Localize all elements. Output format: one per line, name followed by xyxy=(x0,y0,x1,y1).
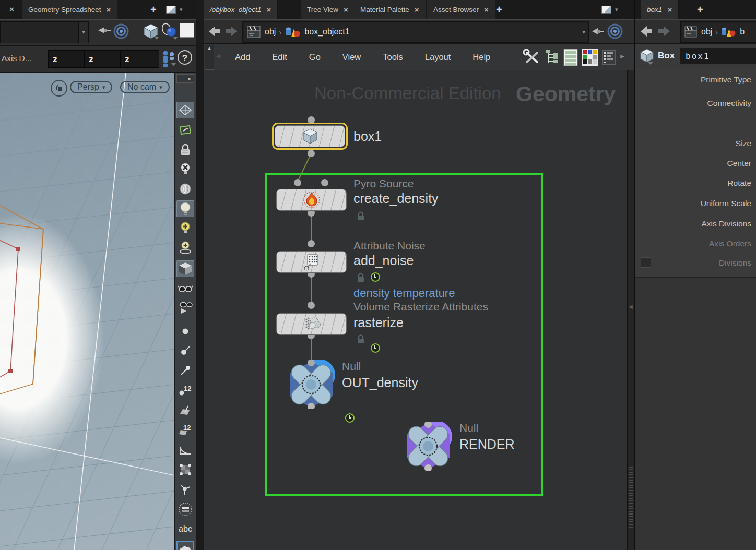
new-tab-button[interactable]: + xyxy=(145,0,162,19)
select-objects-icon[interactable] xyxy=(160,22,179,41)
param-connectivity[interactable]: Connectivity xyxy=(635,99,751,108)
node-out-density-icon[interactable] xyxy=(287,360,336,409)
param-divisions[interactable]: Divisions xyxy=(635,258,751,268)
vector-display-icon[interactable] xyxy=(176,481,194,498)
pane-layout-icon[interactable] xyxy=(601,6,611,14)
group-display-icon[interactable] xyxy=(176,501,194,518)
close-tab-icon[interactable]: × xyxy=(107,6,111,14)
axis-div-y-field[interactable]: 2 xyxy=(84,50,123,68)
radial-menu-icon[interactable] xyxy=(113,23,129,40)
divisions-checkbox[interactable] xyxy=(641,257,651,268)
pane-menu-dropdown[interactable]: ▾ xyxy=(615,6,618,13)
close-tab-icon[interactable]: × xyxy=(266,6,271,14)
normal-lighting-icon[interactable] xyxy=(176,200,194,217)
path-dropdown-icon[interactable]: ▾ xyxy=(582,29,585,35)
pin-icon[interactable] xyxy=(96,23,112,39)
lock-flag-icon[interactable] xyxy=(356,211,365,221)
help-icon[interactable]: ? xyxy=(178,50,192,65)
axis-div-x-field[interactable]: 2 xyxy=(48,50,87,68)
canvas-scrollbar[interactable]: ◀ xyxy=(627,70,634,550)
tab-material-palette[interactable]: Material Palette × xyxy=(354,0,426,19)
pane-divider[interactable] xyxy=(196,0,204,550)
volume-preview-icon[interactable] xyxy=(176,541,194,550)
breadcrumb-current[interactable]: box_object1 xyxy=(304,27,349,37)
back-icon[interactable] xyxy=(208,25,221,38)
tab-network-editor[interactable]: /obj/box_object1 × xyxy=(204,0,278,19)
secure-selection-icon[interactable] xyxy=(176,122,194,138)
close-pane-icon[interactable]: × xyxy=(9,5,14,13)
lock-flag-icon[interactable] xyxy=(356,272,365,283)
point-numbers-icon[interactable]: 12 xyxy=(176,382,194,399)
prim-normals-icon[interactable] xyxy=(176,402,194,419)
param-axis-orders[interactable]: Axis Orders xyxy=(635,239,751,248)
display-group-swatch[interactable] xyxy=(180,23,194,38)
network-scroll-up[interactable]: ▲ xyxy=(205,45,214,70)
tree-view-icon[interactable] xyxy=(545,50,560,65)
timeshift-badge-icon[interactable] xyxy=(371,343,380,353)
visualizers-glasses-icon[interactable] xyxy=(176,280,194,297)
menu-view[interactable]: View xyxy=(340,52,363,62)
node-render-name[interactable]: RENDER xyxy=(459,437,515,452)
menu-add[interactable]: Add xyxy=(233,52,252,62)
prim-hull-icon[interactable] xyxy=(176,461,194,478)
menu-go[interactable]: Go xyxy=(307,52,323,62)
tasks-wrench-icon[interactable] xyxy=(523,49,541,66)
node-add-noise[interactable] xyxy=(276,251,347,273)
add-environment-light-icon[interactable] xyxy=(176,240,194,256)
node-out-density-name[interactable]: OUT_density xyxy=(342,375,418,390)
node-add-noise-name[interactable]: add_noise xyxy=(353,253,414,268)
close-tab-icon[interactable]: × xyxy=(344,6,348,14)
visualizers-play-icon[interactable] xyxy=(176,299,194,316)
network-breadcrumb[interactable]: obj › box_object1 ▾ xyxy=(242,21,589,43)
tab-tree-view[interactable]: Tree View × xyxy=(301,0,355,19)
timeshift-badge-icon[interactable] xyxy=(345,413,355,423)
menu-help[interactable]: Help xyxy=(470,52,492,62)
node-box1[interactable] xyxy=(272,123,348,150)
menu-edit[interactable]: Edit xyxy=(270,52,289,62)
pin-icon[interactable] xyxy=(590,24,605,39)
add-light-icon[interactable] xyxy=(176,220,194,237)
scrollbar-arrow-icon[interactable]: ◀ xyxy=(629,304,633,309)
toolbar-collapse-button[interactable]: ► xyxy=(176,74,194,83)
lock-flag-icon[interactable] xyxy=(356,334,365,344)
param-primitive-type[interactable]: Primitive Type xyxy=(635,75,751,85)
node-rasterize-name[interactable]: rasterize xyxy=(353,315,404,330)
timeshift-badge-icon[interactable] xyxy=(371,272,380,282)
view-layout-icon[interactable] xyxy=(176,102,194,118)
lock-icon[interactable] xyxy=(176,141,194,158)
breadcrumb-root[interactable]: obj xyxy=(701,27,712,37)
close-tab-icon[interactable]: × xyxy=(667,6,672,14)
detail-list-icon[interactable] xyxy=(601,49,616,66)
node-add-noise-attributes[interactable]: density temperature xyxy=(353,286,455,300)
profile-curve-icon[interactable] xyxy=(176,441,194,458)
camera-menu[interactable]: No cam ▾ xyxy=(120,81,170,93)
axis-div-z-field[interactable]: 2 xyxy=(120,50,159,68)
menu-tools[interactable]: Tools xyxy=(381,52,405,62)
param-center[interactable]: Center xyxy=(635,159,751,168)
close-tab-icon[interactable]: × xyxy=(415,6,419,14)
combobox-dropdown-icon[interactable]: ▾ xyxy=(78,21,89,43)
back-icon[interactable] xyxy=(640,25,653,38)
param-size[interactable]: Size xyxy=(635,139,751,148)
pane-menu-dropdown[interactable]: ▾ xyxy=(180,6,183,13)
menu-layout[interactable]: Layout xyxy=(423,52,453,62)
tab-asset-browser[interactable]: Asset Browser × xyxy=(427,0,495,19)
tab-geometry-spreadsheet[interactable]: Geometry Spreadsheet × xyxy=(22,0,117,19)
operation-combobox[interactable] xyxy=(0,21,79,43)
node-rasterize[interactable] xyxy=(276,313,347,335)
radial-menu-icon[interactable] xyxy=(607,23,623,40)
node-create-density-name[interactable]: create_density xyxy=(353,191,439,206)
node-render-icon[interactable] xyxy=(404,422,453,471)
projection-menu[interactable]: Persp ▾ xyxy=(70,81,112,93)
color-palette-icon[interactable] xyxy=(582,49,598,66)
point-markers-icon[interactable] xyxy=(176,362,194,379)
operator-name-field[interactable]: box1 xyxy=(680,48,756,64)
param-breadcrumb[interactable]: obj › b xyxy=(680,21,756,43)
display-points-icon[interactable] xyxy=(176,323,194,340)
breadcrumb-root[interactable]: obj xyxy=(265,27,276,37)
new-tab-button[interactable]: + xyxy=(491,0,507,19)
node-create-density[interactable] xyxy=(276,189,347,211)
text-overlay-icon[interactable]: abc xyxy=(176,521,194,537)
shading-mode-icon[interactable] xyxy=(176,260,194,277)
menu-overflow-right-icon[interactable]: ► xyxy=(619,53,625,60)
